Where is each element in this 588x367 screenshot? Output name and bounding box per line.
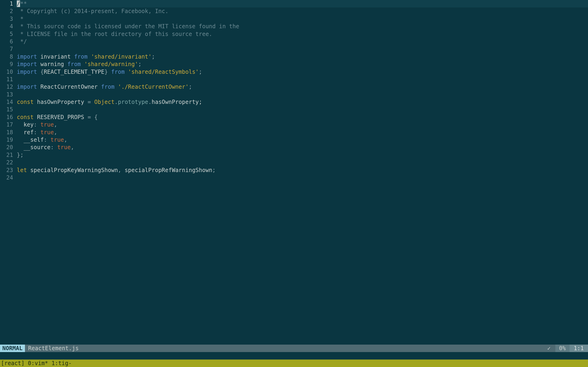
code-line[interactable]: let specialPropKeyWarningShown, specialP… — [17, 167, 588, 174]
line-number: 5 — [0, 30, 13, 38]
code-line[interactable] — [17, 106, 588, 113]
code-area[interactable]: /** * Copyright (c) 2014-present, Facebo… — [14, 0, 588, 345]
code-line[interactable]: */ — [17, 38, 588, 45]
code-line[interactable] — [17, 174, 588, 181]
line-number: 21 — [0, 151, 13, 159]
line-number: 7 — [0, 45, 13, 53]
line-number: 6 — [0, 38, 13, 45]
code-line[interactable]: /** — [14, 0, 588, 8]
line-number: 3 — [0, 15, 13, 23]
line-number: 9 — [0, 60, 13, 68]
buffer-area[interactable]: 123456789101112131415161718192021222324 … — [0, 0, 588, 345]
line-number: 1 — [0, 0, 13, 8]
line-number: 22 — [0, 159, 13, 166]
code-line[interactable] — [17, 76, 588, 83]
code-line[interactable]: import invariant from 'shared/invariant'… — [17, 53, 588, 60]
line-number: 18 — [0, 129, 13, 136]
code-line[interactable]: key: true, — [17, 121, 588, 128]
vim-editor[interactable]: 123456789101112131415161718192021222324 … — [0, 0, 588, 367]
code-line[interactable]: }; — [17, 151, 588, 159]
code-line[interactable]: __source: true, — [17, 144, 588, 151]
code-line[interactable] — [17, 159, 588, 166]
code-line[interactable] — [17, 91, 588, 98]
code-line[interactable]: const RESERVED_PROPS = { — [17, 113, 588, 121]
code-line[interactable]: ref: true, — [17, 129, 588, 136]
tmux-window-list: 0:vim* 1:tig- — [28, 359, 72, 367]
line-number: 13 — [0, 91, 13, 98]
code-line[interactable]: import {REACT_ELEMENT_TYPE} from 'shared… — [17, 68, 588, 76]
code-line[interactable]: * Copyright (c) 2014-present, Facebook, … — [17, 8, 588, 15]
line-number: 10 — [0, 68, 13, 76]
vim-statusline: NORMAL ReactElement.js ✓ 0% 1:1 — [0, 345, 588, 352]
mode-indicator: NORMAL — [0, 345, 25, 352]
lint-status-icon: ✓ — [542, 345, 555, 352]
code-line[interactable]: * This source code is licensed under the… — [17, 23, 588, 30]
line-number: 17 — [0, 121, 13, 128]
code-line[interactable]: import ReactCurrentOwner from './ReactCu… — [17, 83, 588, 91]
tmux-statusline: [react] 0:vim* 1:tig- — [0, 359, 588, 367]
line-number: 12 — [0, 83, 13, 91]
line-number: 24 — [0, 174, 13, 181]
line-number: 19 — [0, 136, 13, 144]
line-number: 14 — [0, 98, 13, 106]
line-number: 20 — [0, 144, 13, 151]
code-line[interactable] — [17, 45, 588, 53]
cursor-position-indicator: 1:1 — [570, 345, 588, 352]
line-number: 2 — [0, 8, 13, 15]
line-number: 23 — [0, 167, 13, 174]
vim-command-line[interactable] — [0, 352, 588, 359]
line-number: 4 — [0, 23, 13, 30]
filename-indicator: ReactElement.js — [25, 345, 82, 352]
line-number: 8 — [0, 53, 13, 60]
tmux-session-name: [react] — [1, 359, 24, 367]
line-number-gutter: 123456789101112131415161718192021222324 — [0, 0, 14, 345]
line-number: 15 — [0, 106, 13, 113]
line-number: 11 — [0, 76, 13, 83]
line-number: 16 — [0, 113, 13, 121]
code-line[interactable]: * — [17, 15, 588, 23]
scroll-percent-indicator: 0% — [555, 345, 570, 352]
code-line[interactable]: __self: true, — [17, 136, 588, 144]
code-line[interactable]: * LICENSE file in the root directory of … — [17, 30, 588, 38]
code-line[interactable]: const hasOwnProperty = Object.prototype.… — [17, 98, 588, 106]
code-line[interactable]: import warning from 'shared/warning'; — [17, 60, 588, 68]
